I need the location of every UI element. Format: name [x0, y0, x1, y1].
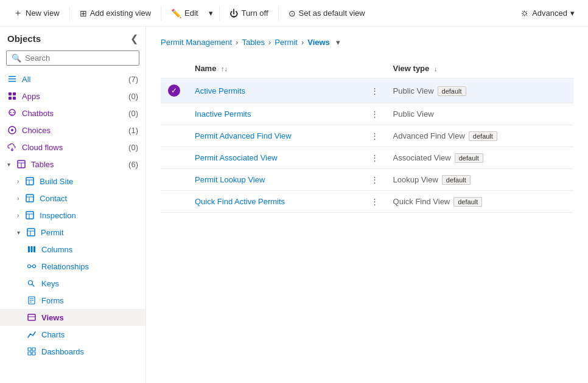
keys-label: Keys [41, 279, 138, 288]
row-context-menu[interactable]: ⋮ [363, 125, 386, 147]
breadcrumb-sep-2: › [268, 38, 271, 47]
row-select-cell[interactable] [161, 191, 187, 213]
table-row[interactable]: Quick Find Active Permits⋮Quick Find Vie… [161, 191, 573, 213]
col-view-type[interactable]: View type ↓ [386, 59, 573, 78]
columns-icon [27, 244, 37, 254]
chevron-down-icon: ▾ [209, 9, 213, 18]
svg-rect-40 [28, 348, 31, 351]
row-select-cell[interactable] [161, 169, 187, 191]
sidebar-item-build-site[interactable]: › Build Site [0, 173, 145, 190]
edit-button[interactable]: ✏️ Edit [165, 6, 204, 21]
row-name-cell[interactable]: Permit Lookup View [187, 169, 363, 191]
row-select-cell[interactable] [161, 125, 187, 147]
sidebar-item-cloud-flows[interactable]: Cloud flows (0) [0, 139, 145, 156]
row-context-menu[interactable]: ⋮ [363, 147, 386, 169]
edit-dropdown-button[interactable]: ▾ [206, 6, 215, 20]
table-row[interactable]: Permit Lookup View⋮Lookup Viewdefault [161, 169, 573, 191]
tables-badge: (6) [128, 160, 138, 169]
permit-label: Permit [41, 228, 138, 237]
tables-icon [16, 159, 26, 169]
chatbots-icon [7, 108, 17, 118]
svg-rect-42 [28, 352, 31, 355]
row-context-menu[interactable]: ⋮ [363, 78, 386, 103]
all-badge: (7) [128, 75, 138, 84]
sidebar-item-all[interactable]: All (7) [0, 71, 145, 88]
row-context-menu[interactable]: ⋮ [363, 103, 386, 125]
sidebar-item-inspection[interactable]: › Inspection [0, 207, 145, 224]
svg-rect-38 [28, 314, 35, 320]
row-select-cell[interactable] [161, 147, 187, 169]
row-name-cell[interactable]: Quick Find Active Permits [187, 191, 363, 213]
chatbots-badge: (0) [128, 109, 138, 118]
search-input[interactable] [25, 53, 134, 63]
choices-badge: (1) [128, 126, 138, 135]
views-label: Views [41, 313, 138, 322]
sidebar-item-keys[interactable]: Keys [0, 275, 145, 292]
relationships-icon [27, 261, 37, 271]
row-select-cell[interactable]: ✓ [161, 78, 187, 103]
sidebar-collapse-button[interactable]: ❮ [130, 33, 138, 44]
svg-rect-28 [31, 246, 33, 252]
col-name-label: Name [195, 64, 216, 73]
all-label: All [22, 75, 122, 84]
default-badge: default [453, 197, 482, 207]
choices-label: Choices [22, 126, 122, 135]
permit-icon [26, 227, 36, 237]
sidebar-item-views[interactable]: Views [0, 309, 145, 326]
sidebar-item-chatbots[interactable]: Chatbots (0) [0, 105, 145, 122]
advanced-button[interactable]: ⛭ Advanced ▾ [514, 6, 581, 21]
svg-rect-21 [26, 212, 33, 219]
sidebar-item-choices[interactable]: Choices (1) [0, 122, 145, 139]
breadcrumb-sep-3: › [301, 38, 304, 47]
sidebar-item-charts[interactable]: Charts [0, 326, 145, 343]
svg-rect-41 [32, 348, 35, 351]
new-view-button[interactable]: ＋ New view [7, 5, 66, 21]
row-name-cell[interactable]: Inactive Permits [187, 103, 363, 125]
build-site-expand-icon: › [17, 178, 19, 185]
svg-point-9 [13, 112, 15, 113]
row-viewtype-cell: Advanced Find Viewdefault [386, 125, 573, 147]
row-context-menu[interactable]: ⋮ [363, 169, 386, 191]
sidebar-item-permit[interactable]: ▾ Permit [0, 224, 145, 241]
default-badge: default [469, 131, 497, 141]
sidebar-item-dashboards[interactable]: Dashboards [0, 343, 145, 360]
sidebar-item-forms[interactable]: Forms [0, 292, 145, 309]
breadcrumb-permit[interactable]: Permit [275, 38, 298, 47]
turn-off-label: Turn off [241, 9, 268, 18]
edit-icon: ✏️ [171, 9, 181, 18]
add-existing-label: Add existing view [90, 9, 151, 18]
table-row[interactable]: Permit Associated View⋮Associated Viewde… [161, 147, 573, 169]
row-name-cell[interactable]: Active Permits [187, 78, 363, 103]
sidebar-item-contact[interactable]: › Contact [0, 190, 145, 207]
chatbots-label: Chatbots [22, 109, 122, 118]
sidebar-item-apps[interactable]: Apps (0) [0, 88, 145, 105]
breadcrumb-permit-management[interactable]: Permit Management [161, 38, 232, 47]
cloud-flows-icon [7, 142, 17, 152]
sidebar-item-tables[interactable]: ▾ Tables (6) [0, 156, 145, 173]
divider-2 [161, 6, 161, 21]
row-viewtype-cell: Associated Viewdefault [386, 147, 573, 169]
divider-1 [69, 6, 70, 21]
breadcrumb-views-dropdown[interactable]: ▾ [336, 38, 340, 47]
default-icon: ⊙ [289, 9, 296, 18]
table-row[interactable]: Permit Advanced Find View⋮Advanced Find … [161, 125, 573, 147]
svg-rect-0 [9, 76, 16, 77]
add-existing-button[interactable]: ⊞ Add existing view [74, 6, 157, 21]
table-row[interactable]: Inactive Permits⋮Public View [161, 103, 573, 125]
row-name-cell[interactable]: Permit Advanced Find View [187, 125, 363, 147]
breadcrumb-tables[interactable]: Tables [242, 38, 265, 47]
sidebar-item-relationships[interactable]: Relationships [0, 258, 145, 275]
turn-off-button[interactable]: ⏻ Turn off [223, 6, 274, 21]
row-select-cell[interactable] [161, 103, 187, 125]
search-box[interactable]: 🔍 [6, 50, 139, 66]
table-row[interactable]: ✓Active Permits⋮Public Viewdefault [161, 78, 573, 103]
svg-rect-5 [9, 97, 12, 100]
breadcrumb: Permit Management › Tables › Permit › Vi… [161, 27, 573, 54]
sidebar-item-columns[interactable]: Columns [0, 241, 145, 258]
row-context-menu[interactable]: ⋮ [363, 191, 386, 213]
row-name-cell[interactable]: Permit Associated View [187, 147, 363, 169]
search-icon: 🔍 [12, 53, 21, 63]
set-default-button[interactable]: ⊙ Set as default view [282, 6, 371, 21]
col-name[interactable]: Name ↑↓ [187, 59, 363, 78]
sidebar-header: Objects ❮ [0, 27, 145, 50]
